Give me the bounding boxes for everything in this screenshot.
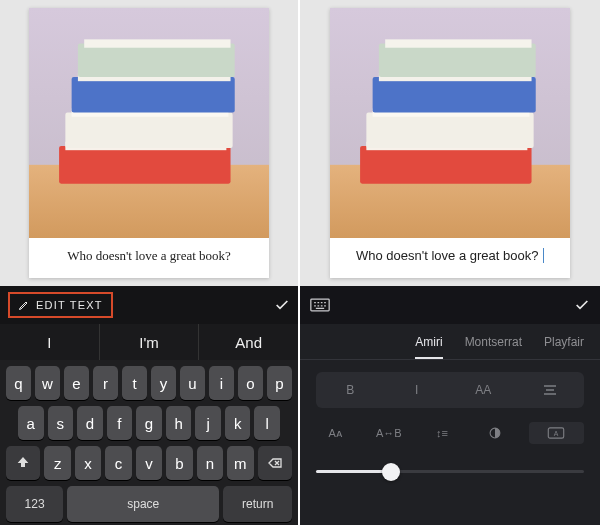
letter-spacing-button[interactable]: A↔B: [369, 422, 408, 444]
text-box-button[interactable]: A: [529, 422, 584, 444]
key-i[interactable]: i: [209, 366, 234, 400]
suggestion-2[interactable]: I'm: [100, 324, 200, 360]
key-r[interactable]: r: [93, 366, 118, 400]
key-e[interactable]: e: [64, 366, 89, 400]
suggestion-3[interactable]: And: [199, 324, 298, 360]
key-t[interactable]: t: [122, 366, 147, 400]
confirm-check-icon-right[interactable]: [574, 297, 590, 313]
key-z[interactable]: z: [44, 446, 70, 480]
svg-text:A: A: [554, 430, 559, 437]
shift-icon: [15, 455, 31, 471]
caps-button[interactable]: AA: [455, 378, 512, 402]
space-key[interactable]: space: [67, 486, 219, 522]
panel-right: Who doesn't love a great book? Amiri Mon…: [300, 0, 600, 525]
svg-rect-19: [385, 39, 531, 47]
svg-rect-20: [311, 299, 329, 311]
key-d[interactable]: d: [77, 406, 103, 440]
key-g[interactable]: g: [136, 406, 162, 440]
document-card-left: Who doesn't love a great book?: [29, 8, 269, 278]
key-x[interactable]: x: [75, 446, 101, 480]
canvas-area-left: Who doesn't love a great book?: [0, 0, 298, 286]
slider-fill: [316, 470, 391, 473]
style-section: B I AA Aᴀ A↔B ↕≡ A: [300, 360, 600, 456]
key-k[interactable]: k: [225, 406, 251, 440]
key-o[interactable]: o: [238, 366, 263, 400]
key-l[interactable]: l: [254, 406, 280, 440]
key-f[interactable]: f: [107, 406, 133, 440]
key-m[interactable]: m: [227, 446, 253, 480]
confirm-check-icon[interactable]: [274, 297, 290, 313]
key-p[interactable]: p: [267, 366, 292, 400]
svg-rect-6: [72, 77, 235, 113]
shift-key[interactable]: [6, 446, 40, 480]
numbers-key[interactable]: 123: [6, 486, 63, 522]
textbox-icon: A: [547, 427, 565, 439]
tools-header: [300, 286, 600, 324]
illustration-left: [29, 8, 269, 238]
style-row: B I AA: [316, 372, 584, 408]
key-j[interactable]: j: [195, 406, 221, 440]
font-tab-montserrat[interactable]: Montserrat: [465, 335, 522, 359]
keyboard-panel: EDIT TEXT I I'm And q w e r t y u i o p: [0, 286, 298, 525]
svg-rect-18: [379, 44, 536, 77]
key-v[interactable]: v: [136, 446, 162, 480]
pencil-icon: [18, 299, 30, 311]
document-card-right: Who doesn't love a great book?: [330, 8, 570, 278]
suggestion-row: I I'm And: [0, 324, 298, 360]
align-button[interactable]: [522, 378, 579, 402]
suggestion-1[interactable]: I: [0, 324, 100, 360]
panel-left: Who doesn't love a great book? EDIT TEXT…: [0, 0, 300, 525]
slider-track: [316, 470, 584, 473]
kb-row-4: 123 space return: [6, 486, 292, 522]
kb-row-2: a s d f g h j k l: [6, 406, 292, 440]
size-slider[interactable]: [300, 456, 600, 473]
slider-thumb[interactable]: [382, 463, 400, 481]
bold-button[interactable]: B: [322, 378, 379, 402]
key-h[interactable]: h: [166, 406, 192, 440]
text-tools-panel: Amiri Montserrat Playfair B I AA Aᴀ A↔B …: [300, 286, 600, 525]
text-cursor: [539, 248, 544, 263]
svg-rect-14: [366, 113, 533, 149]
caption-right[interactable]: Who doesn't love a great book?: [330, 238, 570, 278]
caption-left[interactable]: Who doesn't love a great book?: [29, 238, 269, 278]
kb-row-3: z x c v b n m: [6, 446, 292, 480]
key-u[interactable]: u: [180, 366, 205, 400]
svg-rect-12: [360, 146, 531, 184]
italic-button[interactable]: I: [389, 378, 446, 402]
key-n[interactable]: n: [197, 446, 223, 480]
key-a[interactable]: a: [18, 406, 44, 440]
text-size-button[interactable]: Aᴀ: [316, 422, 355, 444]
svg-rect-16: [373, 77, 536, 113]
return-key[interactable]: return: [223, 486, 292, 522]
key-b[interactable]: b: [166, 446, 192, 480]
font-tab-playfair[interactable]: Playfair: [544, 335, 584, 359]
font-tab-amiri[interactable]: Amiri: [415, 335, 442, 359]
opacity-button[interactable]: [476, 422, 515, 444]
key-q[interactable]: q: [6, 366, 31, 400]
key-s[interactable]: s: [48, 406, 74, 440]
opacity-icon: [488, 426, 502, 440]
edit-text-button[interactable]: EDIT TEXT: [8, 292, 113, 318]
backspace-icon: [267, 455, 283, 471]
adjust-row: Aᴀ A↔B ↕≡ A: [316, 422, 584, 444]
keyboard-icon[interactable]: [310, 298, 330, 312]
key-w[interactable]: w: [35, 366, 60, 400]
svg-rect-9: [84, 39, 230, 47]
illustration-right: [330, 8, 570, 238]
svg-rect-4: [65, 113, 232, 149]
keyboard-header: EDIT TEXT: [0, 286, 298, 324]
backspace-key[interactable]: [258, 446, 292, 480]
key-y[interactable]: y: [151, 366, 176, 400]
svg-rect-2: [59, 146, 230, 184]
svg-rect-8: [78, 44, 235, 77]
line-height-button[interactable]: ↕≡: [422, 422, 461, 444]
font-tabs: Amiri Montserrat Playfair: [300, 324, 600, 360]
keyboard-rows: q w e r t y u i o p a s d f g h j k l: [0, 360, 298, 525]
edit-text-label: EDIT TEXT: [36, 299, 103, 311]
align-icon: [542, 383, 558, 397]
kb-row-1: q w e r t y u i o p: [6, 366, 292, 400]
canvas-area-right: Who doesn't love a great book?: [300, 0, 600, 286]
key-c[interactable]: c: [105, 446, 131, 480]
